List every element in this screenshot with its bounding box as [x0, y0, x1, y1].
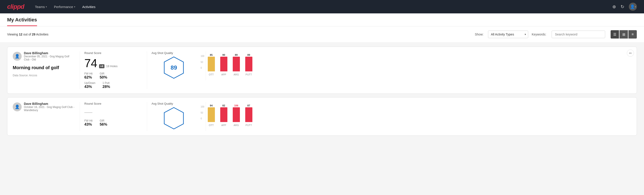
- user-name-2: Dave Billingham: [24, 102, 75, 106]
- y-label-100: 100: [200, 55, 204, 57]
- bar-value-arg-2: 106: [234, 104, 238, 107]
- fw-hit-value-2: 43%: [84, 122, 92, 127]
- viewing-text: Viewing 12 out of 29 Activities: [7, 32, 48, 36]
- bar-wrap-ott: 85: [208, 54, 215, 72]
- fw-hit-label-2: FW Hit: [84, 119, 92, 122]
- activity-type-select[interactable]: All Activity Types: [488, 30, 528, 38]
- refresh-icon[interactable]: ↻: [620, 4, 624, 9]
- card-left: 👤 Dave Billingham December 05, 2021 · Go…: [13, 51, 75, 77]
- bar-value-putt: 89: [248, 54, 250, 56]
- bar-label-arg-2: ARG: [234, 124, 239, 126]
- chart-col-arg-2: 106 ARG: [233, 104, 240, 126]
- nav-icons: ⊕ ↻ 👤 ▾: [612, 3, 637, 11]
- gir-stat-2: GIR 56%: [100, 119, 107, 127]
- activity-title: Morning round of golf: [13, 65, 75, 70]
- bar-arg-2: [233, 107, 240, 122]
- bar-wrap-arg-2: 106: [233, 104, 240, 122]
- shot-quality-hexagon: 89: [164, 56, 184, 79]
- chart-col-putt: 89 PUTT: [245, 54, 252, 76]
- bar-label-putt: PUTT: [246, 73, 252, 76]
- score-badge: +4: [99, 64, 104, 68]
- user-info: Dave Billingham December 05, 2021 · Gog …: [24, 51, 75, 61]
- nav-teams[interactable]: Teams ▾: [35, 3, 47, 10]
- gir-label: GIR: [100, 72, 107, 75]
- view-compact-button[interactable]: ≡: [628, 30, 637, 38]
- avg-shot-quality-label-2: Avg Shot Quality: [152, 102, 173, 105]
- add-icon[interactable]: ⊕: [612, 4, 616, 9]
- avatar-icon: 👤: [630, 4, 635, 9]
- card-divider-2: [147, 51, 147, 89]
- chevron-down-icon: ▾: [46, 6, 47, 8]
- activity-card: ✏ 👤 Dave Billingham December 05, 2021 · …: [7, 47, 637, 94]
- bar-putt-2: [245, 107, 252, 122]
- bar-value-ott: 85: [210, 54, 213, 56]
- navigation: clippd Teams ▾ Performance ▾ Activities …: [0, 0, 644, 14]
- bar-label-app: APP: [221, 73, 226, 76]
- gir-label-2: GIR: [100, 119, 107, 122]
- mini-stats-2: Up/Down 43% 1 Putt 28%: [84, 82, 142, 89]
- user-row-2: 👤 Dave Billingham October 16, 2021 · Gog…: [13, 102, 75, 112]
- holes-label: 18 Holes: [106, 64, 118, 68]
- bar-value-putt-2: 87: [248, 104, 250, 107]
- activity-card-2: 👤 Dave Billingham October 16, 2021 · Gog…: [7, 97, 637, 136]
- fw-hit-stat-2: FW Hit 43%: [84, 119, 92, 127]
- avatar-icon: 👤: [15, 54, 20, 59]
- mini-stats-3: FW Hit 43% GIR 56%: [84, 119, 142, 127]
- oneputt-label: 1 Putt: [102, 82, 110, 84]
- gir-value-2: 56%: [100, 122, 107, 127]
- updown-stat: Up/Down 43%: [84, 82, 95, 89]
- y-label-100-2: 100: [200, 106, 204, 108]
- card-divider: [80, 51, 80, 89]
- viewing-count: 12: [19, 32, 22, 36]
- card-chart-2: 100 50 0 94 OTT 82: [196, 102, 631, 131]
- bar-wrap-app-2: 82: [220, 104, 228, 122]
- round-score-label-2: Round Score: [84, 102, 142, 105]
- view-list-button[interactable]: ☰: [610, 30, 619, 38]
- oneputt-stat: 1 Putt 28%: [102, 82, 110, 89]
- search-input[interactable]: [552, 30, 605, 38]
- chart-col-ott-2: 94 OTT: [208, 104, 215, 126]
- round-score-row-2: —: [84, 108, 142, 116]
- card-divider-4: [147, 102, 147, 131]
- bar-wrap-ott-2: 94: [208, 104, 215, 122]
- card-stats: Round Score 74 +4 18 Holes FW Hit 62% GI…: [84, 51, 142, 89]
- avatar-chevron: ▾: [635, 6, 636, 8]
- bar-wrap-putt: 89: [245, 54, 252, 72]
- avatar-icon-2: 👤: [15, 104, 20, 109]
- card-divider-3: [80, 102, 80, 131]
- updown-label: Up/Down: [84, 82, 95, 84]
- chevron-down-icon: ▾: [74, 6, 75, 8]
- svg-marker-1: [164, 108, 184, 129]
- y-label-50-2: 50: [200, 112, 204, 114]
- bar-wrap-app: 90: [220, 54, 228, 72]
- bar-app: [220, 57, 228, 72]
- bar-putt: [245, 57, 252, 72]
- view-grid-button[interactable]: ⊞: [620, 30, 628, 38]
- y-label-0-2: 0: [200, 117, 204, 120]
- activity-type-filter[interactable]: All Activity Types ▾: [488, 30, 528, 38]
- updown-value: 43%: [84, 84, 95, 89]
- nav-performance[interactable]: Performance ▾: [54, 3, 75, 10]
- nav-activities[interactable]: Activities: [82, 3, 96, 10]
- chart-col-putt-2: 87 PUTT: [245, 104, 252, 126]
- page-title: My Activities: [7, 17, 37, 26]
- card-quality: Avg Shot Quality 89: [152, 51, 196, 79]
- chart-col-app-2: 82 APP: [220, 104, 228, 126]
- chart-col-ott: 85 OTT: [208, 54, 215, 76]
- show-label: Show:: [475, 32, 484, 36]
- round-score-label: Round Score: [84, 51, 142, 55]
- bar-app-2: [220, 107, 228, 122]
- bar-value-ott-2: 94: [210, 104, 213, 107]
- mini-stats: FW Hit 62% GIR 50%: [84, 72, 142, 80]
- bar-ott: [208, 57, 215, 72]
- card-quality-2: Avg Shot Quality: [152, 102, 196, 130]
- shot-quality-hexagon-2: [164, 107, 184, 130]
- page-header: My Activities: [0, 14, 644, 26]
- user-date-2: October 16, 2021 · Gog Magog Golf Club -…: [24, 106, 75, 112]
- gir-value: 50%: [100, 75, 107, 80]
- card-chart: 100 50 0 85 OTT: [196, 51, 631, 80]
- bar-value-app: 90: [222, 54, 225, 56]
- round-score-row: 74 +4 18 Holes: [84, 57, 142, 69]
- user-date: December 05, 2021 · Gog Magog Golf Club …: [24, 55, 75, 61]
- user-avatar[interactable]: 👤 ▾: [629, 3, 637, 11]
